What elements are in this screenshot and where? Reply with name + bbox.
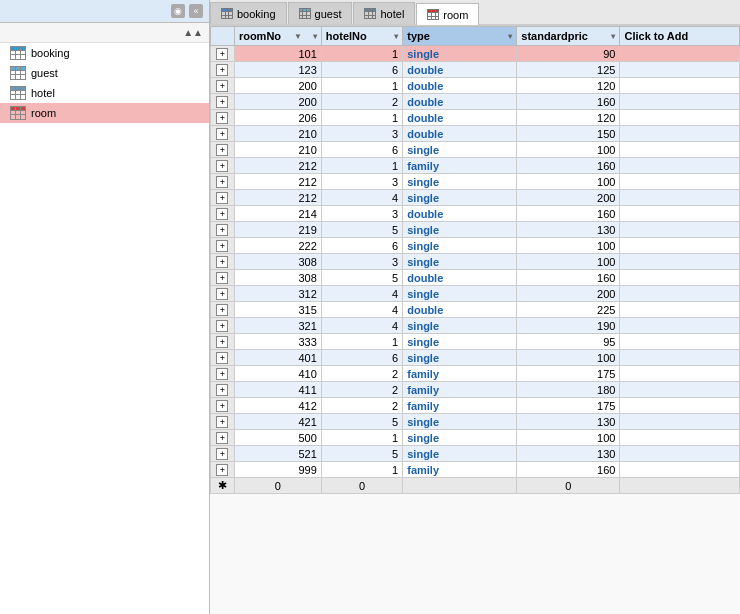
new-type-cell[interactable] xyxy=(403,478,517,494)
type-dropdown-icon[interactable]: ▾ xyxy=(508,32,512,41)
sidebar-item-room[interactable]: room xyxy=(0,103,209,123)
hotelno-cell: 1 xyxy=(321,430,402,446)
type-cell: single xyxy=(403,334,517,350)
type-cell: single xyxy=(403,142,517,158)
table-row: +4215single130 xyxy=(211,414,740,430)
expand-button[interactable]: + xyxy=(216,416,228,428)
expand-button[interactable]: + xyxy=(216,240,228,252)
click-to-add-cell xyxy=(620,270,740,286)
sidebar-item-guest[interactable]: guest xyxy=(0,63,209,83)
expand-button[interactable]: + xyxy=(216,208,228,220)
hotelno-cell: 1 xyxy=(321,46,402,62)
tab-guest[interactable]: guest xyxy=(288,2,353,24)
expand-button[interactable]: + xyxy=(216,80,228,92)
roomno-cell: 219 xyxy=(234,222,321,238)
expand-button[interactable]: + xyxy=(216,400,228,412)
expand-button[interactable]: + xyxy=(216,224,228,236)
expand-button[interactable]: + xyxy=(216,96,228,108)
col-header-roomNo[interactable]: roomNo▼▾ xyxy=(234,27,321,46)
new-roomno-cell[interactable]: 0 xyxy=(234,478,321,494)
tab-hotel[interactable]: hotel xyxy=(353,2,415,24)
table-row: +3331single95 xyxy=(211,334,740,350)
hotelno-cell: 3 xyxy=(321,254,402,270)
table-row: +3085double160 xyxy=(211,270,740,286)
hotelno-cell: 5 xyxy=(321,446,402,462)
col-header-expand[interactable] xyxy=(211,27,235,46)
price-cell: 180 xyxy=(517,382,620,398)
standardPrice-dropdown-icon[interactable]: ▾ xyxy=(611,32,615,41)
expand-button[interactable]: + xyxy=(216,448,228,460)
expand-button[interactable]: + xyxy=(216,64,228,76)
roomno-cell: 411 xyxy=(234,382,321,398)
room-table-icon xyxy=(10,106,26,120)
roomno-cell: 999 xyxy=(234,462,321,478)
expand-cell: + xyxy=(211,238,235,254)
price-cell: 100 xyxy=(517,430,620,446)
expand-button[interactable]: + xyxy=(216,256,228,268)
click-to-add-cell xyxy=(620,206,740,222)
new-hotelno-cell[interactable]: 0 xyxy=(321,478,402,494)
expand-button[interactable]: + xyxy=(216,192,228,204)
tab-room[interactable]: room xyxy=(416,3,479,25)
hotelno-cell: 1 xyxy=(321,158,402,174)
roomno-cell: 101 xyxy=(234,46,321,62)
expand-button[interactable]: + xyxy=(216,112,228,124)
tab-bar: bookingguesthotelroom xyxy=(210,0,740,26)
price-cell: 95 xyxy=(517,334,620,350)
expand-cell: + xyxy=(211,158,235,174)
price-cell: 130 xyxy=(517,446,620,462)
expand-button[interactable]: + xyxy=(216,176,228,188)
guest-label: guest xyxy=(31,67,58,79)
circle-icon[interactable]: ◉ xyxy=(171,4,185,18)
roomno-cell: 214 xyxy=(234,206,321,222)
col-header-hotelNo[interactable]: hotelNo▾ xyxy=(321,27,402,46)
col-header-clickToAdd[interactable]: Click to Add xyxy=(620,27,740,46)
expand-button[interactable]: + xyxy=(216,288,228,300)
price-cell: 100 xyxy=(517,142,620,158)
expand-button[interactable]: + xyxy=(216,368,228,380)
expand-button[interactable]: + xyxy=(216,336,228,348)
type-cell: single xyxy=(403,174,517,190)
table-row: +4112family180 xyxy=(211,382,740,398)
col-header-standardPrice[interactable]: standardpric▾ xyxy=(517,27,620,46)
type-cell: family xyxy=(403,382,517,398)
sidebar-item-booking[interactable]: booking xyxy=(0,43,209,63)
expand-button[interactable]: + xyxy=(216,160,228,172)
expand-cell: + xyxy=(211,286,235,302)
expand-button[interactable]: + xyxy=(216,272,228,284)
hotelNo-dropdown-icon[interactable]: ▾ xyxy=(394,32,398,41)
roomNo-dropdown-icon[interactable]: ▾ xyxy=(313,32,317,41)
expand-button[interactable]: + xyxy=(216,128,228,140)
expand-button[interactable]: + xyxy=(216,48,228,60)
expand-button[interactable]: + xyxy=(216,432,228,444)
expand-button[interactable]: + xyxy=(216,352,228,364)
table-wrapper[interactable]: roomNo▼▾hotelNo▾type▾standardpric▾Click … xyxy=(210,26,740,614)
expand-button[interactable]: + xyxy=(216,144,228,156)
hotelno-cell: 4 xyxy=(321,190,402,206)
click-to-add-cell xyxy=(620,334,740,350)
col-header-type[interactable]: type▾ xyxy=(403,27,517,46)
click-to-add-cell xyxy=(620,414,740,430)
click-to-add-cell xyxy=(620,382,740,398)
tab-booking[interactable]: booking xyxy=(210,2,287,24)
price-cell: 130 xyxy=(517,414,620,430)
expand-button[interactable]: + xyxy=(216,304,228,316)
expand-button[interactable]: + xyxy=(216,320,228,332)
type-cell: double xyxy=(403,94,517,110)
type-cell: single xyxy=(403,190,517,206)
collapse-icon[interactable]: ▲▲ xyxy=(183,27,203,38)
expand-button[interactable]: + xyxy=(216,384,228,396)
expand-cell: + xyxy=(211,366,235,382)
expand-button[interactable]: + xyxy=(216,464,228,476)
hotelno-cell: 6 xyxy=(321,350,402,366)
roomNo-sort-arrow: ▼ xyxy=(294,32,302,41)
table-row: +2124single200 xyxy=(211,190,740,206)
click-to-add-cell xyxy=(620,430,740,446)
hotel-tab-icon xyxy=(364,8,376,19)
sidebar-item-hotel[interactable]: hotel xyxy=(0,83,209,103)
new-price-cell[interactable]: 0 xyxy=(517,478,620,494)
type-cell: double xyxy=(403,206,517,222)
table-row: +4102family175 xyxy=(211,366,740,382)
chevron-left-icon[interactable]: « xyxy=(189,4,203,18)
expand-cell: + xyxy=(211,126,235,142)
